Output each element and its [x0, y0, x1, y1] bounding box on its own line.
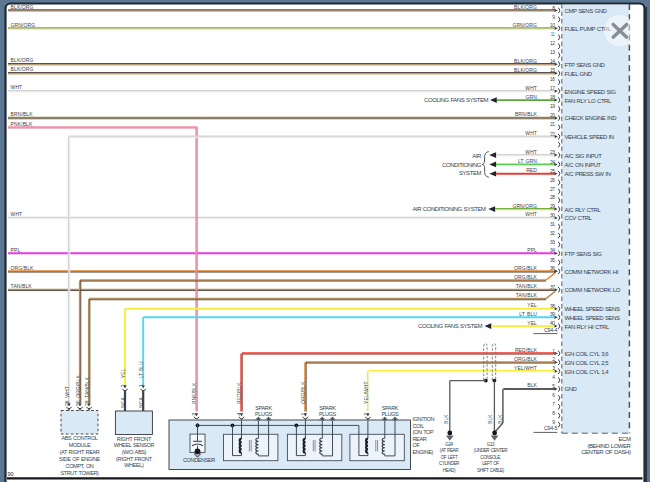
svg-text:BLK/ORG: BLK/ORG: [514, 67, 537, 73]
svg-text:27: 27: [550, 187, 555, 192]
svg-text:A/C SIG INPUT: A/C SIG INPUT: [565, 153, 603, 159]
svg-text:BLK: BLK: [497, 414, 503, 424]
svg-text:BLK/ORG: BLK/ORG: [11, 66, 34, 72]
svg-text:COOLING FANS SYSTEM: COOLING FANS SYSTEM: [418, 323, 482, 329]
svg-text:ENGINE): ENGINE): [413, 449, 434, 455]
svg-text:ORG/BLK: ORG/BLK: [75, 375, 81, 398]
svg-text:SPARK: SPARK: [255, 405, 272, 411]
svg-text:PPL: PPL: [11, 247, 21, 253]
svg-text:A/C RLY CTRL: A/C RLY CTRL: [565, 207, 602, 213]
svg-text:PNK/BLK: PNK/BLK: [11, 121, 33, 127]
svg-text:BLK/ORG: BLK/ORG: [11, 57, 34, 63]
svg-text:BLK/ORG: BLK/ORG: [514, 4, 537, 10]
svg-text:ORG/BLK: ORG/BLK: [300, 381, 306, 404]
svg-text:ORG/BLK: ORG/BLK: [514, 356, 537, 362]
svg-text:WHT: WHT: [525, 211, 537, 217]
svg-text:SPARK: SPARK: [319, 405, 336, 411]
svg-text:CONDENSER: CONDENSER: [183, 457, 215, 463]
svg-text:26: 26: [64, 400, 70, 406]
svg-text:HEAD): HEAD): [443, 468, 456, 473]
svg-text:IGN COIL CYL 3,6: IGN COIL CYL 3,6: [565, 351, 610, 357]
svg-text:LEFT OF: LEFT OF: [482, 461, 499, 466]
svg-text:FAN RLY LO CTRL: FAN RLY LO CTRL: [565, 98, 612, 104]
svg-text:FTP SENS GND: FTP SENS GND: [565, 62, 606, 68]
svg-text:A/C PRESS SW IN: A/C PRESS SW IN: [565, 171, 611, 177]
svg-text:SIDE OF ENGINE: SIDE OF ENGINE: [59, 456, 100, 462]
svg-text:CHECK ENGINE IND: CHECK ENGINE IND: [565, 115, 618, 121]
svg-text:FUEL GND: FUEL GND: [565, 71, 593, 77]
svg-text:PLUGS: PLUGS: [381, 411, 399, 417]
svg-text:WHEEL): WHEEL): [124, 462, 144, 468]
svg-text:RED: RED: [526, 167, 537, 173]
svg-text:CYLINDER: CYLINDER: [439, 461, 460, 466]
svg-text:GRN/ORG: GRN/ORG: [11, 22, 36, 28]
svg-text:COIL: COIL: [413, 423, 425, 429]
svg-text:LT BLU: LT BLU: [519, 311, 537, 317]
svg-text:NCA: NCA: [120, 397, 126, 408]
svg-text:13: 13: [550, 50, 555, 55]
svg-text:BRN/BLK: BRN/BLK: [515, 111, 538, 117]
svg-text:WHEEL SPEED SENS: WHEEL SPEED SENS: [565, 306, 620, 312]
svg-text:WHT: WHT: [11, 84, 23, 90]
svg-text:TAN/BLK: TAN/BLK: [11, 283, 33, 289]
svg-text:G24: G24: [445, 442, 453, 447]
svg-text:IGN COIL CYL 1,4: IGN COIL CYL 1,4: [565, 369, 610, 375]
svg-text:3: 3: [191, 413, 197, 416]
svg-text:OF: OF: [413, 442, 421, 448]
svg-text:COOLING FANS SYSTEM: COOLING FANS SYSTEM: [424, 97, 488, 103]
svg-text:YEL/WHT: YEL/WHT: [363, 381, 369, 404]
svg-text:YEL: YEL: [527, 302, 537, 308]
svg-text:RED/BLK: RED/BLK: [236, 382, 242, 404]
svg-text:(UNDER CENTER: (UNDER CENTER: [474, 448, 508, 453]
svg-text:COMM NETWORK HI: COMM NETWORK HI: [565, 269, 619, 275]
svg-text:CCV CTRL: CCV CTRL: [565, 215, 593, 221]
svg-text:FAN RLY HI CTRL: FAN RLY HI CTRL: [565, 324, 610, 330]
svg-text:12: 12: [550, 41, 555, 46]
svg-text:TAN/BLK: TAN/BLK: [516, 283, 538, 289]
svg-text:VEHICLE SPEED IN: VEHICLE SPEED IN: [565, 134, 614, 140]
svg-text:33: 33: [550, 240, 555, 245]
svg-text:32: 32: [550, 231, 555, 236]
svg-text:PLUGS: PLUGS: [255, 411, 273, 417]
svg-text:YEL: YEL: [527, 320, 537, 326]
svg-text:MODULE: MODULE: [69, 442, 91, 448]
svg-text:28: 28: [550, 195, 555, 200]
svg-text:BLK/ORG: BLK/ORG: [514, 58, 537, 64]
svg-text:G13: G13: [487, 442, 495, 447]
svg-text:PPL: PPL: [527, 247, 537, 253]
svg-text:WHEEL SENSOR: WHEEL SENSOR: [114, 442, 155, 448]
svg-text:11: 11: [550, 32, 555, 37]
svg-text:SPARK: SPARK: [382, 405, 399, 411]
svg-text:26: 26: [550, 178, 555, 183]
svg-text:31: 31: [550, 222, 555, 227]
svg-text:(RIGHT FRONT: (RIGHT FRONT: [116, 456, 153, 462]
svg-text:LT GRN: LT GRN: [518, 158, 537, 164]
svg-text:(BEHIND LOWER: (BEHIND LOWER: [587, 443, 631, 449]
svg-text:16: 16: [550, 77, 555, 82]
svg-text:CONDITIONING: CONDITIONING: [442, 162, 482, 168]
svg-text:(W/O ABS): (W/O ABS): [122, 449, 147, 455]
svg-text:21: 21: [550, 122, 555, 127]
svg-text:WHT: WHT: [525, 130, 537, 136]
svg-text:ORG/BLK: ORG/BLK: [11, 265, 34, 271]
svg-text:1: 1: [138, 384, 144, 387]
svg-text:TAN/BLK: TAN/BLK: [516, 292, 538, 298]
svg-text:C94-4: C94-4: [544, 327, 557, 333]
svg-text:PLUGS: PLUGS: [319, 411, 337, 417]
svg-text:STRUT TOWER): STRUT TOWER): [60, 470, 99, 476]
svg-text:WHT: WHT: [64, 386, 70, 398]
svg-text:LT BLU: LT BLU: [138, 361, 144, 378]
svg-text:2: 2: [363, 413, 369, 416]
svg-text:CMP SENS GND: CMP SENS GND: [565, 8, 608, 14]
svg-text:NCA: NCA: [138, 397, 144, 408]
svg-text:REAR: REAR: [413, 436, 427, 442]
svg-text:2: 2: [120, 384, 126, 387]
svg-text:YEL: YEL: [120, 368, 126, 378]
svg-text:AIR: AIR: [472, 153, 482, 159]
svg-text:1: 1: [300, 413, 306, 416]
svg-text:(AT REAR: (AT REAR: [440, 448, 459, 453]
svg-text:FTP SENS SIG: FTP SENS SIG: [565, 251, 603, 257]
svg-text:A/C ON INPUT: A/C ON INPUT: [565, 162, 602, 168]
svg-text:GRN/ORG: GRN/ORG: [512, 203, 537, 209]
svg-text:IGNITION: IGNITION: [413, 416, 435, 422]
